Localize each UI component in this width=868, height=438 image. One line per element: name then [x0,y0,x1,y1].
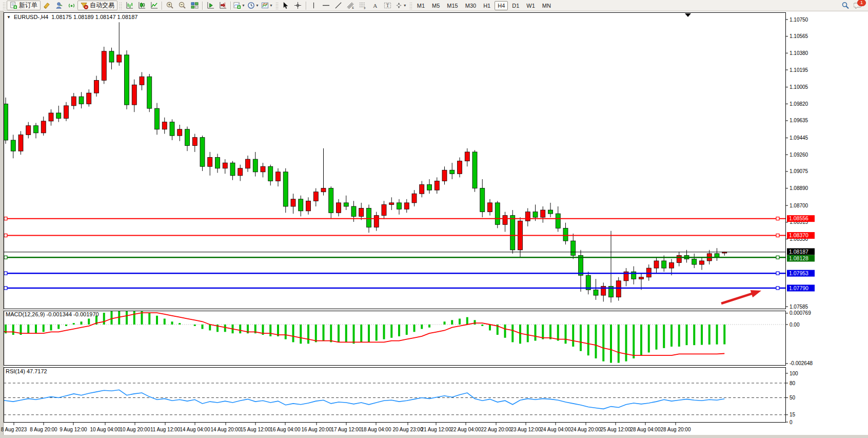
indicators-button[interactable]: ▼ [232,0,246,11]
zoom-in-button[interactable] [164,0,176,11]
chart-canvas[interactable]: 1.107501.105651.103801.101951.100051.098… [0,0,868,438]
strategy-tester-icon [55,2,63,9]
templates-button[interactable]: ▼ [260,0,274,11]
label-tool[interactable]: T [382,0,394,11]
candle-bull [246,159,250,168]
hline-handle[interactable] [776,256,779,259]
notifications-button[interactable]: 1 [852,0,864,11]
market-watch-button[interactable] [41,0,53,11]
toolbar-grip[interactable] [409,2,412,9]
candle-bear [283,172,288,206]
svg-text:T: T [386,3,389,8]
hline-handle[interactable] [4,234,7,237]
candle-bull [541,210,545,217]
periods-button[interactable]: ▼ [246,0,260,11]
search-button[interactable] [839,0,852,11]
timeframe-w1[interactable]: W1 [523,1,538,10]
timeframe-m30[interactable]: M30 [462,1,479,10]
candle-bull [208,158,212,167]
time-tick-label: 11 Aug 12:00 [150,427,181,432]
bar-chart-button[interactable] [123,0,135,11]
tile-windows-icon [191,2,199,9]
candle-bull [435,181,439,190]
hline-handle[interactable] [776,287,779,290]
vertical-line-tool[interactable] [308,0,320,11]
templates-icon [261,2,269,9]
horizontal-line-tool[interactable] [320,0,332,11]
trendline-tool[interactable] [332,0,345,11]
candle-bear [109,51,114,62]
price-tick-label: 1.09260 [790,152,808,158]
price-tick-label: 1.08700 [790,203,808,208]
fibonacci-tool[interactable]: F [357,0,369,11]
candle-bear [329,188,333,213]
candle-bear [253,159,258,172]
timeframe-m1[interactable]: M1 [414,1,428,10]
candle-bear [579,255,583,275]
chart-shift-icon [219,2,227,9]
hline-handle[interactable] [776,217,779,220]
arrows-caret: ▼ [403,4,407,7]
new-order-button[interactable]: 新订单 [7,1,41,10]
candle-bear [56,113,61,119]
price-axis[interactable]: 1.107501.105651.103801.101951.100051.098… [786,17,815,425]
timeframe-m5[interactable]: M5 [429,1,443,10]
text-tool[interactable]: A [369,0,382,11]
chart-menu-arrow-icon[interactable]: ▼ [7,15,11,20]
hline-handle[interactable] [4,256,7,259]
time-tick-label: 23 Aug 12:00 [511,427,541,432]
chart-shift-button[interactable] [216,0,229,11]
candle-bull [261,166,265,172]
timeframe-mn[interactable]: MN [539,1,554,10]
autoscroll-button[interactable] [204,0,216,11]
time-tick-label: 28 Aug 04:00 [630,427,661,432]
hline-handle[interactable] [776,272,779,275]
candle-bull [313,192,318,201]
autotrading-label: 自动交易 [90,1,114,10]
hline-handle[interactable] [4,217,7,220]
tile-windows-button[interactable] [188,0,201,11]
crosshair-button[interactable] [292,0,304,11]
candle-bull [669,262,674,268]
line-chart-button[interactable] [148,0,160,11]
timeframe-h4[interactable]: H4 [495,1,508,10]
timeframe-h1[interactable]: H1 [480,1,494,10]
chart-ohlc-values: 1.08175 1.08189 1.08147 1.08187 [51,14,137,20]
hline-handle[interactable] [4,287,7,290]
candle-bear [571,241,576,255]
price-tick-label: 1.10750 [790,17,808,23]
candle-bear [170,122,174,136]
indicators-icon [233,2,241,9]
candle-bear [472,152,477,188]
cursor-button[interactable] [280,0,292,11]
hline-handle[interactable] [776,234,779,237]
rsi-tick-label: 0 [790,420,793,425]
toolbar-grip[interactable] [3,2,5,9]
signals-button[interactable] [65,0,77,11]
candle-bear [299,199,303,211]
candle-bull [503,216,507,225]
rsi-tick-label: 100 [790,371,798,376]
time-tick-label: 28 Aug 20:00 [661,427,691,432]
toolbar-grip[interactable] [275,2,278,9]
candlestick-chart-button[interactable] [135,0,148,11]
timeframe-d1[interactable]: D1 [509,1,522,10]
time-tick-label: 25 Aug 12:00 [601,427,631,432]
chart-ohlc-header: ▼ EURUSD-,H4 1.08175 1.08189 1.08147 1.0… [7,14,137,20]
arrows-tool[interactable]: ▼ [394,0,408,11]
zoom-out-button[interactable] [176,0,188,11]
macd-tick-label: 0.00 [790,322,800,328]
timeframe-m15[interactable]: M15 [444,1,461,10]
equidistant-channel-tool[interactable]: E [345,0,357,11]
toolbar-grip[interactable] [119,2,122,9]
arrows-icon [395,2,403,9]
candle-bull [404,203,409,209]
hline-handle[interactable] [4,272,7,275]
strategy-tester-button[interactable] [53,0,65,11]
candle-bull [140,77,144,85]
candle-bull [306,201,311,211]
crosshair-icon [294,2,302,9]
price-tag-label: 1.07953 [789,270,808,276]
autotrading-button[interactable]: 自动交易 [77,1,117,10]
vertical-line-icon [310,2,317,9]
